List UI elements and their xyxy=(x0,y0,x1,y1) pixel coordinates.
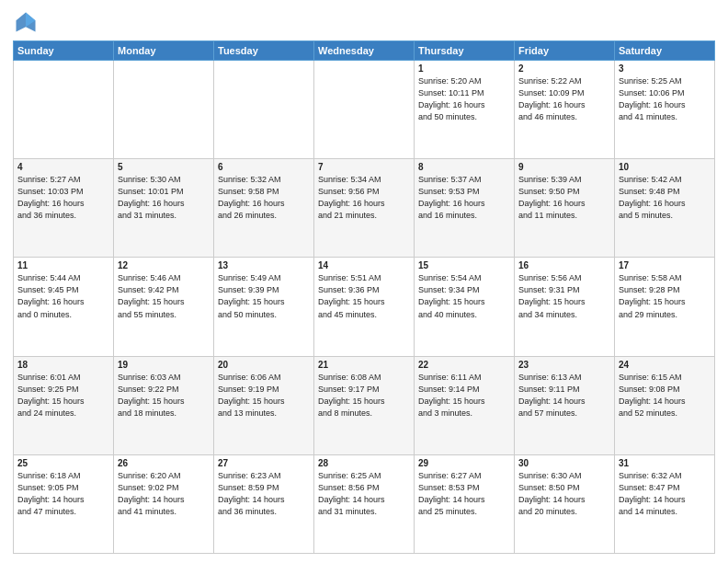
day-info: Sunrise: 6:01 AMSunset: 9:25 PMDaylight:… xyxy=(17,372,109,419)
calendar-cell: 5Sunrise: 5:30 AMSunset: 10:01 PMDayligh… xyxy=(114,159,214,258)
calendar-table: SundayMondayTuesdayWednesdayThursdayFrid… xyxy=(13,40,715,554)
week-row-3: 18Sunrise: 6:01 AMSunset: 9:25 PMDayligh… xyxy=(14,356,715,454)
calendar-cell: 20Sunrise: 6:06 AMSunset: 9:19 PMDayligh… xyxy=(214,356,314,454)
day-info: Sunrise: 5:51 AMSunset: 9:36 PMDaylight:… xyxy=(318,272,410,320)
calendar-cell: 22Sunrise: 6:11 AMSunset: 9:14 PMDayligh… xyxy=(415,356,515,454)
day-number: 5 xyxy=(118,162,210,172)
calendar-cell: 17Sunrise: 5:58 AMSunset: 9:28 PMDayligh… xyxy=(615,258,715,356)
weekday-header-thursday: Thursday xyxy=(415,41,515,61)
weekday-header-row: SundayMondayTuesdayWednesdayThursdayFrid… xyxy=(14,41,715,61)
calendar-cell: 3Sunrise: 5:25 AMSunset: 10:06 PMDayligh… xyxy=(615,61,715,159)
calendar-cell xyxy=(314,61,415,159)
day-number: 12 xyxy=(118,260,210,270)
calendar-cell: 23Sunrise: 6:13 AMSunset: 9:11 PMDayligh… xyxy=(515,356,615,454)
day-number: 7 xyxy=(318,162,410,172)
day-info: Sunrise: 6:08 AMSunset: 9:17 PMDaylight:… xyxy=(318,372,410,419)
day-info: Sunrise: 6:25 AMSunset: 8:56 PMDaylight:… xyxy=(318,470,410,518)
calendar-cell: 7Sunrise: 5:34 AMSunset: 9:56 PMDaylight… xyxy=(314,159,415,258)
day-number: 2 xyxy=(518,63,610,74)
day-number: 29 xyxy=(418,458,510,468)
day-info: Sunrise: 6:15 AMSunset: 9:08 PMDaylight:… xyxy=(619,372,711,419)
header xyxy=(13,9,715,35)
day-info: Sunrise: 6:03 AMSunset: 9:22 PMDaylight:… xyxy=(118,372,210,419)
day-info: Sunrise: 5:25 AMSunset: 10:06 PMDaylight… xyxy=(619,75,711,123)
calendar-cell: 13Sunrise: 5:49 AMSunset: 9:39 PMDayligh… xyxy=(214,258,314,356)
day-info: Sunrise: 5:32 AMSunset: 9:58 PMDaylight:… xyxy=(218,174,310,222)
calendar-cell xyxy=(114,61,214,159)
calendar-cell: 15Sunrise: 5:54 AMSunset: 9:34 PMDayligh… xyxy=(415,258,515,356)
day-number: 28 xyxy=(318,458,410,468)
day-info: Sunrise: 6:06 AMSunset: 9:19 PMDaylight:… xyxy=(218,372,310,419)
day-info: Sunrise: 5:39 AMSunset: 9:50 PMDaylight:… xyxy=(518,174,610,222)
day-info: Sunrise: 5:44 AMSunset: 9:45 PMDaylight:… xyxy=(17,272,109,320)
day-number: 4 xyxy=(17,162,109,172)
day-number: 19 xyxy=(118,360,210,370)
day-info: Sunrise: 5:30 AMSunset: 10:01 PMDaylight… xyxy=(118,174,210,222)
calendar-cell: 16Sunrise: 5:56 AMSunset: 9:31 PMDayligh… xyxy=(515,258,615,356)
weekday-header-friday: Friday xyxy=(515,41,615,61)
day-info: Sunrise: 5:27 AMSunset: 10:03 PMDaylight… xyxy=(17,174,109,222)
calendar-cell: 11Sunrise: 5:44 AMSunset: 9:45 PMDayligh… xyxy=(14,258,114,356)
weekday-header-wednesday: Wednesday xyxy=(314,41,415,61)
day-number: 3 xyxy=(619,63,711,74)
calendar-cell: 26Sunrise: 6:20 AMSunset: 9:02 PMDayligh… xyxy=(114,454,214,553)
calendar-cell: 8Sunrise: 5:37 AMSunset: 9:53 PMDaylight… xyxy=(415,159,515,258)
calendar-cell: 31Sunrise: 6:32 AMSunset: 8:47 PMDayligh… xyxy=(615,454,715,553)
calendar-cell: 19Sunrise: 6:03 AMSunset: 9:22 PMDayligh… xyxy=(114,356,214,454)
day-info: Sunrise: 6:32 AMSunset: 8:47 PMDaylight:… xyxy=(619,470,711,518)
day-info: Sunrise: 5:56 AMSunset: 9:31 PMDaylight:… xyxy=(518,272,610,320)
logo-icon xyxy=(13,9,39,35)
day-number: 15 xyxy=(418,260,510,270)
calendar-cell: 28Sunrise: 6:25 AMSunset: 8:56 PMDayligh… xyxy=(314,454,415,553)
day-number: 27 xyxy=(218,458,310,468)
day-number: 16 xyxy=(518,260,610,270)
day-info: Sunrise: 6:20 AMSunset: 9:02 PMDaylight:… xyxy=(118,470,210,518)
day-info: Sunrise: 6:11 AMSunset: 9:14 PMDaylight:… xyxy=(418,372,510,419)
calendar-cell: 25Sunrise: 6:18 AMSunset: 9:05 PMDayligh… xyxy=(14,454,114,553)
calendar-cell: 12Sunrise: 5:46 AMSunset: 9:42 PMDayligh… xyxy=(114,258,214,356)
day-number: 22 xyxy=(418,360,510,370)
weekday-header-monday: Monday xyxy=(114,41,214,61)
day-number: 23 xyxy=(518,360,610,370)
day-info: Sunrise: 5:46 AMSunset: 9:42 PMDaylight:… xyxy=(118,272,210,320)
day-info: Sunrise: 5:34 AMSunset: 9:56 PMDaylight:… xyxy=(318,174,410,222)
day-number: 31 xyxy=(619,458,711,468)
calendar-cell: 6Sunrise: 5:32 AMSunset: 9:58 PMDaylight… xyxy=(214,159,314,258)
day-number: 13 xyxy=(218,260,310,270)
day-number: 18 xyxy=(17,360,109,370)
calendar-cell: 10Sunrise: 5:42 AMSunset: 9:48 PMDayligh… xyxy=(615,159,715,258)
day-number: 21 xyxy=(318,360,410,370)
day-number: 30 xyxy=(518,458,610,468)
day-info: Sunrise: 5:49 AMSunset: 9:39 PMDaylight:… xyxy=(218,272,310,320)
weekday-header-tuesday: Tuesday xyxy=(214,41,314,61)
day-info: Sunrise: 5:42 AMSunset: 9:48 PMDaylight:… xyxy=(619,174,711,222)
calendar-cell: 24Sunrise: 6:15 AMSunset: 9:08 PMDayligh… xyxy=(615,356,715,454)
page: SundayMondayTuesdayWednesdayThursdayFrid… xyxy=(0,0,728,563)
day-number: 20 xyxy=(218,360,310,370)
calendar-cell: 9Sunrise: 5:39 AMSunset: 9:50 PMDaylight… xyxy=(515,159,615,258)
calendar-cell: 21Sunrise: 6:08 AMSunset: 9:17 PMDayligh… xyxy=(314,356,415,454)
day-info: Sunrise: 5:58 AMSunset: 9:28 PMDaylight:… xyxy=(619,272,711,320)
day-number: 24 xyxy=(619,360,711,370)
day-number: 17 xyxy=(619,260,711,270)
calendar-cell: 1Sunrise: 5:20 AMSunset: 10:11 PMDayligh… xyxy=(415,61,515,159)
logo xyxy=(13,9,42,35)
day-info: Sunrise: 5:37 AMSunset: 9:53 PMDaylight:… xyxy=(418,174,510,222)
day-number: 11 xyxy=(17,260,109,270)
weekday-header-saturday: Saturday xyxy=(615,41,715,61)
day-number: 14 xyxy=(318,260,410,270)
week-row-0: 1Sunrise: 5:20 AMSunset: 10:11 PMDayligh… xyxy=(14,61,715,159)
day-number: 6 xyxy=(218,162,310,172)
day-info: Sunrise: 5:54 AMSunset: 9:34 PMDaylight:… xyxy=(418,272,510,320)
calendar-cell: 29Sunrise: 6:27 AMSunset: 8:53 PMDayligh… xyxy=(415,454,515,553)
calendar-cell: 4Sunrise: 5:27 AMSunset: 10:03 PMDayligh… xyxy=(14,159,114,258)
calendar-cell xyxy=(214,61,314,159)
day-number: 26 xyxy=(118,458,210,468)
day-number: 9 xyxy=(518,162,610,172)
day-number: 25 xyxy=(17,458,109,468)
calendar-cell: 30Sunrise: 6:30 AMSunset: 8:50 PMDayligh… xyxy=(515,454,615,553)
day-info: Sunrise: 6:27 AMSunset: 8:53 PMDaylight:… xyxy=(418,470,510,518)
calendar-cell: 18Sunrise: 6:01 AMSunset: 9:25 PMDayligh… xyxy=(14,356,114,454)
calendar-cell xyxy=(14,61,114,159)
week-row-2: 11Sunrise: 5:44 AMSunset: 9:45 PMDayligh… xyxy=(14,258,715,356)
